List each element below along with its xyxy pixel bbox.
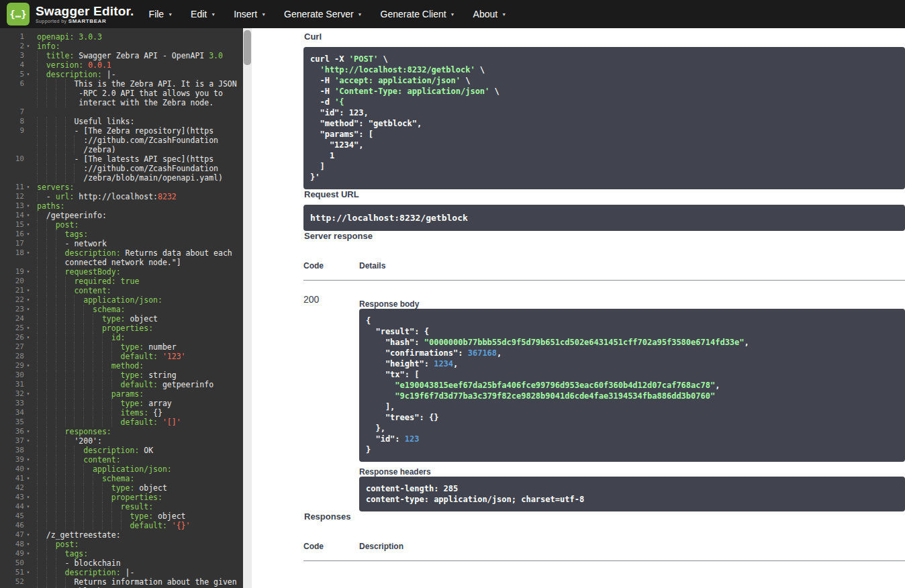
fold-toggle-icon[interactable]: ▾ <box>24 230 32 239</box>
indent-guide <box>83 483 93 493</box>
fold-toggle-icon[interactable]: ▾ <box>24 70 32 79</box>
menu-edit[interactable]: Edit▼ <box>191 9 216 19</box>
indent-guide <box>93 389 102 399</box>
indent-guide <box>56 464 65 474</box>
indent-guide <box>65 89 75 98</box>
fold-toggle-icon[interactable]: ▾ <box>24 305 32 314</box>
code-line: "e190043815eef67da25bfa406fce99796d953ea… <box>366 380 898 391</box>
indent-guide <box>56 117 65 126</box>
indent-guide <box>37 493 46 502</box>
editor-row: 34items: {} <box>0 408 252 418</box>
fold-toggle-icon[interactable]: ▾ <box>24 464 32 474</box>
indent-guide <box>37 474 46 483</box>
fold-toggle-icon[interactable]: ▾ <box>24 436 32 446</box>
fold-toggle-icon[interactable]: ▾ <box>24 474 32 483</box>
indent-guide <box>93 333 102 342</box>
indent-guide <box>46 136 56 145</box>
fold-toggle-icon[interactable]: ▾ <box>24 333 32 342</box>
fold-toggle-icon[interactable]: ▾ <box>24 267 32 277</box>
fold-toggle-icon[interactable]: ▾ <box>24 427 32 436</box>
indent-guide <box>56 380 65 389</box>
fold-toggle-icon[interactable]: ▾ <box>24 493 32 502</box>
fold-toggle-icon[interactable]: ▾ <box>24 389 32 399</box>
editor-row: 18▾description: Returns data about each <box>0 248 252 258</box>
indent-guide <box>102 502 111 511</box>
editor-pane[interactable]: 1openapi: 3.0.32▾info:3title: Swagger Ze… <box>0 28 252 588</box>
response-body-block: { "result": { "hash": "0000000b77bbb55dc… <box>359 309 905 462</box>
indent-guide <box>37 502 46 511</box>
indent-guide <box>111 408 121 418</box>
fold-spacer <box>24 117 32 126</box>
indent-guide <box>56 286 65 295</box>
line-number: 42 <box>0 483 24 493</box>
editor-row: /zebra) <box>0 145 252 154</box>
fold-toggle-icon[interactable]: ▾ <box>24 248 32 258</box>
menu-insert[interactable]: Insert▼ <box>234 9 266 19</box>
fold-toggle-icon[interactable]: ▾ <box>24 361 32 371</box>
indent-guide <box>46 427 56 436</box>
menu-about[interactable]: About▼ <box>473 9 507 19</box>
fold-toggle-icon[interactable]: ▾ <box>24 201 32 211</box>
fold-spacer <box>24 239 32 248</box>
code-token: getpeerinfo <box>158 380 213 389</box>
indent-guide <box>37 79 46 89</box>
indent-guide <box>46 89 56 98</box>
pane-splitter[interactable] <box>252 28 262 588</box>
fold-toggle-icon[interactable]: ▾ <box>24 530 32 540</box>
code-line: info: <box>32 42 60 51</box>
editor-scrollbar[interactable] <box>243 28 252 588</box>
editor-lines[interactable]: 1openapi: 3.0.32▾info:3title: Swagger Ze… <box>0 28 252 588</box>
code-token: \ <box>475 65 485 75</box>
fold-toggle-icon[interactable]: ▾ <box>24 324 32 333</box>
indent-guide <box>74 164 83 173</box>
line-number: 26 <box>0 333 24 342</box>
indent-guide <box>65 173 75 183</box>
editor-row: 36▾responses: <box>0 427 252 436</box>
indent-guide <box>56 436 65 446</box>
indent-guide <box>83 408 93 418</box>
code-token: post: <box>56 540 79 549</box>
fold-toggle-icon[interactable]: ▾ <box>24 42 32 51</box>
fold-toggle-icon[interactable]: ▾ <box>24 286 32 295</box>
fold-toggle-icon[interactable]: ▾ <box>24 220 32 230</box>
code-token: '{}' <box>167 521 191 530</box>
fold-toggle-icon[interactable]: ▾ <box>24 295 32 305</box>
line-number: 39 <box>0 455 24 464</box>
code-token: ://github.com/ZcashFoundation <box>83 136 218 145</box>
indent-guide <box>83 324 93 333</box>
fold-toggle-icon[interactable]: ▾ <box>24 455 32 464</box>
fold-toggle-icon[interactable]: ▾ <box>24 540 32 549</box>
indent-guide <box>56 493 65 502</box>
fold-toggle-icon[interactable]: ▾ <box>24 211 32 220</box>
indent-guide <box>65 380 75 389</box>
line-number <box>0 173 24 183</box>
line-number: 28 <box>0 352 24 361</box>
code-token: "method": "getblock", <box>310 119 422 128</box>
fold-toggle-icon[interactable]: ▾ <box>24 502 32 511</box>
fold-toggle-icon[interactable]: ▾ <box>24 549 32 558</box>
indent-guide <box>56 230 65 239</box>
indent-guide <box>37 352 46 361</box>
fold-toggle-icon[interactable]: ▾ <box>24 183 32 192</box>
fold-toggle-icon[interactable]: ▾ <box>24 568 32 577</box>
code-token: "e190043815eef67da25bfa406fce99796d953ea… <box>395 381 715 390</box>
indent-guide <box>37 192 46 201</box>
code-token <box>366 381 395 390</box>
code-token: 0.0.1 <box>83 60 111 70</box>
menu-file[interactable]: File▼ <box>149 9 173 19</box>
subtitle-brand: SMARTBEAR <box>68 18 107 24</box>
indent-guide <box>37 136 46 145</box>
code-token: params: <box>111 389 144 399</box>
menu-generate-server[interactable]: Generate Server▼ <box>284 9 362 19</box>
editor-row: 37▾'200': <box>0 436 252 446</box>
editor-row: ://github.com/ZcashFoundation <box>0 164 252 173</box>
code-line: /zebra) <box>32 145 116 154</box>
line-number: 13 <box>0 201 24 211</box>
line-number: 33 <box>0 399 24 408</box>
code-line: schema: <box>32 474 134 483</box>
editor-row: 50- blockchain <box>0 558 252 568</box>
app-title: Swagger Editor. <box>36 5 134 18</box>
menu-generate-client[interactable]: Generate Client▼ <box>381 9 455 19</box>
code-line: tags: <box>32 230 88 239</box>
scrollbar-thumb[interactable] <box>244 30 251 65</box>
